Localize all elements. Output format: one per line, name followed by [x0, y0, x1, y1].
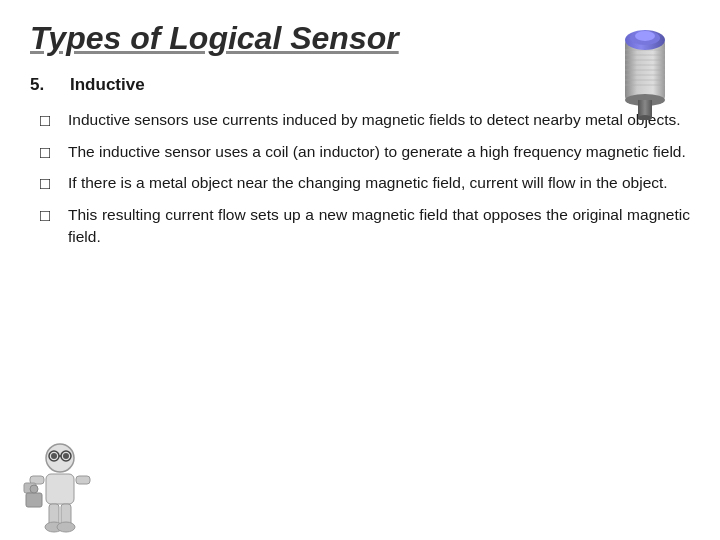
svg-point-26 — [30, 485, 38, 493]
svg-rect-23 — [76, 476, 90, 484]
bullet-list: □Inductive sensors use currents induced … — [40, 109, 690, 249]
bullet-text: The inductive sensor uses a coil (an ind… — [68, 141, 690, 163]
list-item: □The inductive sensor uses a coil (an in… — [40, 141, 690, 166]
bullet-text: If there is a metal object near the chan… — [68, 172, 690, 194]
list-item: □If there is a metal object near the cha… — [40, 172, 690, 197]
bullet-symbol: □ — [40, 204, 68, 229]
bullet-symbol: □ — [40, 172, 68, 197]
section-number: 5. — [30, 75, 60, 95]
svg-point-16 — [51, 453, 57, 459]
svg-rect-25 — [26, 493, 42, 507]
svg-point-30 — [57, 522, 75, 532]
svg-point-11 — [635, 31, 655, 41]
bullet-symbol: □ — [40, 109, 68, 134]
page: Types of Logical Sensor 5. Inductive □In… — [0, 0, 720, 540]
section-title: Inductive — [70, 75, 145, 95]
sensor-image — [590, 10, 700, 120]
svg-rect-21 — [46, 474, 74, 504]
list-item: □This resulting current flow sets up a n… — [40, 204, 690, 249]
robot-figure — [20, 440, 100, 530]
bullet-symbol: □ — [40, 141, 68, 166]
svg-point-17 — [63, 453, 69, 459]
bullet-text: This resulting current flow sets up a ne… — [68, 204, 690, 249]
